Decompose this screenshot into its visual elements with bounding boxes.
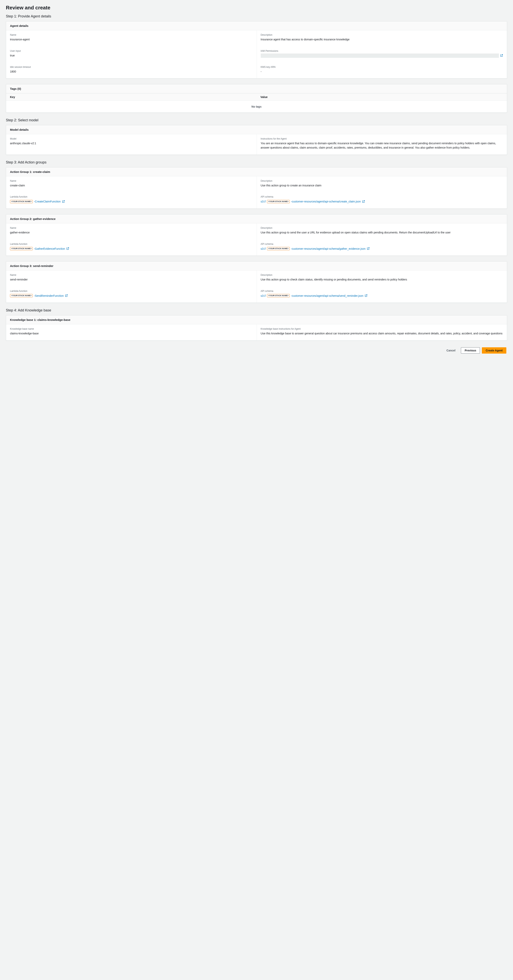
lambda-link[interactable]: <YOUR-STACK-NAME>-GatherEvidenceFunction (10, 247, 69, 251)
idle-label: Idle session timeout (10, 66, 253, 68)
ag-description-value: Use this action group to create an insur… (261, 183, 503, 188)
user-input-label: User input (10, 49, 253, 52)
kb-panel: Knowledge base 1: claims-knowledge-base … (6, 315, 507, 340)
api-schema-label: API schema (261, 196, 503, 198)
instructions-value: You are an insurance agent that has acce… (261, 141, 503, 150)
external-link-icon[interactable] (362, 200, 365, 203)
ag-name-value: create-claim (10, 183, 253, 188)
cancel-button[interactable]: Cancel (443, 347, 459, 353)
external-link-icon[interactable] (365, 294, 367, 297)
lambda-label: Lambda function (10, 196, 253, 198)
kb-instructions-value: Use this knowledge base to answer genera… (261, 331, 503, 336)
step4-title: Step 4: Add Knowledge base (6, 308, 507, 312)
step3-title: Step 3: Add Action groups (6, 160, 507, 164)
stack-name-placeholder: <YOUR-STACK-NAME> (10, 200, 33, 203)
ag-name-label: Name (10, 180, 253, 182)
api-schema-link[interactable]: s3://<YOUR-STACK-NAME>-customer-resource… (261, 247, 370, 251)
idle-value: 1800 (10, 70, 253, 74)
ag-description-value: Use this action group to check claim sta… (261, 278, 503, 282)
create-agent-button[interactable]: Create Agent (482, 347, 506, 353)
description-value: Insurance agent that has access to domai… (261, 37, 503, 42)
api-schema-link[interactable]: s3://<YOUR-STACK-NAME>-customer-resource… (261, 294, 368, 298)
api-schema-label: API schema (261, 290, 503, 293)
lambda-link[interactable]: <YOUR-STACK-NAME>-SendReminderFunction (10, 294, 68, 298)
agent-details-panel: Agent details Name insurance-agent Descr… (6, 21, 507, 79)
ag-name-label: Name (10, 274, 253, 276)
stack-name-placeholder: <YOUR-STACK-NAME> (267, 200, 290, 203)
kms-label: KMS key ARN (261, 66, 503, 68)
ag-description-label: Description (261, 274, 503, 276)
previous-button[interactable]: Previous (461, 347, 480, 353)
stack-name-placeholder: <YOUR-STACK-NAME> (10, 247, 33, 250)
action-group-header: Action Group 1: create-claim (6, 167, 507, 177)
kb-name-label: Knowledge base name (10, 328, 253, 330)
name-value: insurance-agent (10, 37, 253, 42)
name-label: Name (10, 33, 253, 36)
lambda-label: Lambda function (10, 290, 253, 293)
stack-name-placeholder: <YOUR-STACK-NAME> (10, 294, 33, 298)
instructions-label: Instructions for the Agent (261, 137, 503, 140)
external-link-icon[interactable] (65, 294, 68, 297)
iam-permissions-field (261, 54, 499, 58)
agent-details-header: Agent details (6, 21, 507, 30)
external-link-icon[interactable] (66, 247, 69, 250)
model-value: anthropic.claude-v2:1 (10, 141, 253, 146)
kb-header: Knowledge base 1: claims-knowledge-base (6, 315, 507, 325)
user-input-value: true (10, 54, 253, 58)
api-schema-link[interactable]: s3://<YOUR-STACK-NAME>-customer-resource… (261, 199, 365, 204)
action-group-header: Action Group 3: send-reminder (6, 261, 507, 270)
tags-header: Tags (0) (6, 84, 507, 93)
model-label: Model (10, 137, 253, 140)
tags-panel: Tags (0) Key Value No tags (6, 84, 507, 113)
stack-name-placeholder: <YOUR-STACK-NAME> (267, 247, 290, 250)
ag-description-value: Use this action group to send the user a… (261, 231, 503, 235)
step1-title: Step 1: Provide Agent details (6, 14, 507, 18)
ag-description-label: Description (261, 180, 503, 182)
action-group-panel: Action Group 2: gather-evidence Name gat… (6, 214, 507, 256)
kb-instructions-label: Knowledge base instructions for Agent (261, 328, 503, 330)
description-label: Description (261, 33, 503, 36)
tags-empty: No tags (6, 101, 507, 113)
model-details-panel: Model details Model anthropic.claude-v2:… (6, 125, 507, 154)
external-link-icon[interactable] (62, 200, 65, 203)
ag-name-value: send-reminder (10, 278, 253, 282)
external-link-icon[interactable] (500, 54, 503, 57)
api-schema-label: API schema (261, 243, 503, 245)
tags-key-header: Key (6, 94, 257, 100)
ag-description-label: Description (261, 227, 503, 229)
lambda-label: Lambda function (10, 243, 253, 245)
lambda-link[interactable]: <YOUR-STACK-NAME>-CreateClaimFunction (10, 199, 65, 204)
action-group-header: Action Group 2: gather-evidence (6, 215, 507, 223)
model-details-header: Model details (6, 125, 507, 134)
action-group-panel: Action Group 1: create-claim Name create… (6, 167, 507, 209)
stack-name-placeholder: <YOUR-STACK-NAME> (267, 294, 290, 298)
footer: Cancel Previous Create Agent (6, 346, 507, 356)
kms-value: - (261, 70, 503, 74)
iam-label: IAM Permissions (261, 49, 503, 52)
action-group-panel: Action Group 3: send-reminder Name send-… (6, 261, 507, 303)
ag-name-label: Name (10, 227, 253, 229)
kb-name-value: claims-knowledge-base (10, 331, 253, 336)
external-link-icon[interactable] (367, 247, 370, 250)
step2-title: Step 2: Select model (6, 118, 507, 122)
ag-name-value: gather-evidence (10, 231, 253, 235)
tags-value-header: Value (257, 94, 507, 100)
page-title: Review and create (6, 5, 507, 11)
